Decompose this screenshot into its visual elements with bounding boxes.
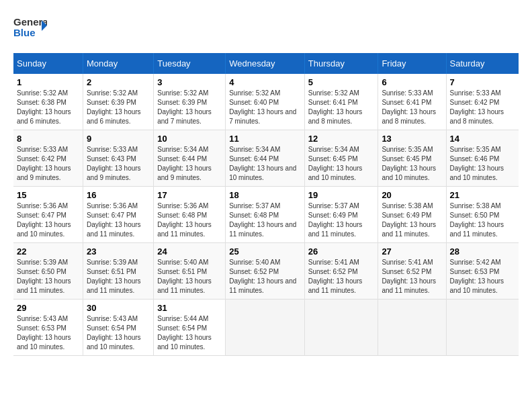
day-cell: 29Sunrise: 5:43 AMSunset: 6:53 PMDayligh…: [13, 300, 83, 356]
week-row-3: 15Sunrise: 5:36 AMSunset: 6:47 PMDayligh…: [13, 187, 519, 243]
day-cell: 4Sunrise: 5:32 AMSunset: 6:40 PMDaylight…: [226, 74, 305, 130]
day-number: 19: [308, 190, 375, 200]
day-number: 9: [87, 134, 150, 144]
day-info: Sunrise: 5:42 AMSunset: 6:53 PMDaylight:…: [450, 258, 515, 295]
day-cell: [304, 300, 378, 356]
day-info: Sunrise: 5:33 AMSunset: 6:42 PMDaylight:…: [17, 145, 79, 183]
svg-text:Blue: Blue: [13, 27, 36, 38]
day-info: Sunrise: 5:43 AMSunset: 6:54 PMDaylight:…: [87, 314, 150, 352]
day-number: 16: [87, 190, 150, 200]
day-number: 2: [87, 77, 150, 87]
day-cell: [226, 300, 305, 356]
day-number: 23: [87, 246, 150, 257]
week-row-2: 8Sunrise: 5:33 AMSunset: 6:42 PMDaylight…: [13, 130, 519, 187]
day-info: Sunrise: 5:34 AMSunset: 6:44 PMDaylight:…: [229, 145, 301, 183]
day-number: 22: [17, 246, 79, 257]
header-sunday: Sunday: [13, 53, 83, 74]
day-info: Sunrise: 5:34 AMSunset: 6:44 PMDaylight:…: [157, 145, 222, 183]
day-number: 28: [450, 246, 515, 257]
day-number: 26: [308, 246, 375, 257]
logo-icon: General Blue: [13, 13, 47, 44]
day-cell: 14Sunrise: 5:35 AMSunset: 6:46 PMDayligh…: [446, 130, 519, 187]
day-info: Sunrise: 5:38 AMSunset: 6:49 PMDaylight:…: [382, 201, 442, 239]
day-number: 12: [308, 134, 375, 144]
day-cell: 16Sunrise: 5:36 AMSunset: 6:47 PMDayligh…: [83, 187, 154, 243]
day-cell: [446, 300, 519, 356]
page-header: General Blue: [13, 13, 519, 46]
day-cell: 19Sunrise: 5:37 AMSunset: 6:49 PMDayligh…: [304, 187, 378, 243]
day-cell: 8Sunrise: 5:33 AMSunset: 6:42 PMDaylight…: [13, 130, 83, 187]
day-info: Sunrise: 5:36 AMSunset: 6:47 PMDaylight:…: [17, 201, 79, 239]
header-monday: Monday: [83, 53, 154, 74]
week-row-5: 29Sunrise: 5:43 AMSunset: 6:53 PMDayligh…: [13, 300, 519, 356]
day-cell: 15Sunrise: 5:36 AMSunset: 6:47 PMDayligh…: [13, 187, 83, 243]
day-cell: 7Sunrise: 5:33 AMSunset: 6:42 PMDaylight…: [446, 74, 519, 130]
day-cell: [378, 300, 446, 356]
day-info: Sunrise: 5:41 AMSunset: 6:52 PMDaylight:…: [382, 258, 442, 295]
day-number: 4: [229, 77, 301, 87]
day-info: Sunrise: 5:37 AMSunset: 6:48 PMDaylight:…: [229, 201, 301, 239]
day-number: 5: [308, 77, 375, 87]
calendar-table: SundayMondayTuesdayWednesdayThursdayFrid…: [13, 53, 519, 356]
day-info: Sunrise: 5:40 AMSunset: 6:51 PMDaylight:…: [157, 258, 222, 295]
day-cell: 1Sunrise: 5:32 AMSunset: 6:38 PMDaylight…: [13, 74, 83, 130]
day-info: Sunrise: 5:32 AMSunset: 6:39 PMDaylight:…: [157, 89, 222, 126]
day-info: Sunrise: 5:34 AMSunset: 6:45 PMDaylight:…: [308, 145, 375, 183]
day-cell: 20Sunrise: 5:38 AMSunset: 6:49 PMDayligh…: [378, 187, 446, 243]
day-info: Sunrise: 5:32 AMSunset: 6:40 PMDaylight:…: [229, 89, 301, 126]
day-info: Sunrise: 5:43 AMSunset: 6:53 PMDaylight:…: [17, 314, 79, 352]
day-cell: 6Sunrise: 5:33 AMSunset: 6:41 PMDaylight…: [378, 74, 446, 130]
day-cell: 2Sunrise: 5:32 AMSunset: 6:39 PMDaylight…: [83, 74, 154, 130]
day-number: 10: [157, 134, 222, 144]
day-number: 21: [450, 190, 515, 200]
day-number: 29: [17, 303, 79, 313]
day-cell: 30Sunrise: 5:43 AMSunset: 6:54 PMDayligh…: [83, 300, 154, 356]
header-thursday: Thursday: [304, 53, 378, 74]
day-info: Sunrise: 5:44 AMSunset: 6:54 PMDaylight:…: [157, 314, 222, 352]
day-cell: 12Sunrise: 5:34 AMSunset: 6:45 PMDayligh…: [304, 130, 378, 187]
day-cell: 18Sunrise: 5:37 AMSunset: 6:48 PMDayligh…: [226, 187, 305, 243]
day-info: Sunrise: 5:40 AMSunset: 6:52 PMDaylight:…: [229, 258, 301, 295]
day-info: Sunrise: 5:35 AMSunset: 6:45 PMDaylight:…: [382, 145, 442, 183]
day-number: 24: [157, 246, 222, 257]
day-number: 20: [382, 190, 442, 200]
day-cell: 17Sunrise: 5:36 AMSunset: 6:48 PMDayligh…: [154, 187, 226, 243]
header-tuesday: Tuesday: [154, 53, 226, 74]
day-number: 8: [17, 134, 79, 144]
day-info: Sunrise: 5:39 AMSunset: 6:51 PMDaylight:…: [87, 258, 150, 295]
day-cell: 27Sunrise: 5:41 AMSunset: 6:52 PMDayligh…: [378, 243, 446, 300]
day-number: 18: [229, 190, 301, 200]
day-cell: 23Sunrise: 5:39 AMSunset: 6:51 PMDayligh…: [83, 243, 154, 300]
day-cell: 26Sunrise: 5:41 AMSunset: 6:52 PMDayligh…: [304, 243, 378, 300]
day-info: Sunrise: 5:36 AMSunset: 6:47 PMDaylight:…: [87, 201, 150, 239]
day-cell: 28Sunrise: 5:42 AMSunset: 6:53 PMDayligh…: [446, 243, 519, 300]
day-info: Sunrise: 5:35 AMSunset: 6:46 PMDaylight:…: [450, 145, 515, 183]
day-number: 31: [157, 303, 222, 313]
day-info: Sunrise: 5:41 AMSunset: 6:52 PMDaylight:…: [308, 258, 375, 295]
day-number: 25: [229, 246, 301, 257]
day-number: 15: [17, 190, 79, 200]
day-info: Sunrise: 5:32 AMSunset: 6:39 PMDaylight:…: [87, 89, 150, 126]
day-number: 13: [382, 134, 442, 144]
header-friday: Friday: [378, 53, 446, 74]
day-info: Sunrise: 5:33 AMSunset: 6:41 PMDaylight:…: [382, 89, 442, 126]
day-info: Sunrise: 5:37 AMSunset: 6:49 PMDaylight:…: [308, 201, 375, 239]
day-info: Sunrise: 5:36 AMSunset: 6:48 PMDaylight:…: [157, 201, 222, 239]
day-number: 14: [450, 134, 515, 144]
header-wednesday: Wednesday: [226, 53, 305, 74]
week-row-4: 22Sunrise: 5:39 AMSunset: 6:50 PMDayligh…: [13, 243, 519, 300]
day-cell: 11Sunrise: 5:34 AMSunset: 6:44 PMDayligh…: [226, 130, 305, 187]
day-number: 6: [382, 77, 442, 87]
day-info: Sunrise: 5:32 AMSunset: 6:38 PMDaylight:…: [17, 89, 79, 126]
day-cell: 3Sunrise: 5:32 AMSunset: 6:39 PMDaylight…: [154, 74, 226, 130]
logo: General Blue: [13, 13, 47, 46]
day-info: Sunrise: 5:38 AMSunset: 6:50 PMDaylight:…: [450, 201, 515, 239]
day-cell: 21Sunrise: 5:38 AMSunset: 6:50 PMDayligh…: [446, 187, 519, 243]
day-info: Sunrise: 5:32 AMSunset: 6:41 PMDaylight:…: [308, 89, 375, 126]
day-cell: 9Sunrise: 5:33 AMSunset: 6:43 PMDaylight…: [83, 130, 154, 187]
day-number: 3: [157, 77, 222, 87]
day-cell: 25Sunrise: 5:40 AMSunset: 6:52 PMDayligh…: [226, 243, 305, 300]
header-saturday: Saturday: [446, 53, 519, 74]
day-number: 1: [17, 77, 79, 87]
day-cell: 22Sunrise: 5:39 AMSunset: 6:50 PMDayligh…: [13, 243, 83, 300]
